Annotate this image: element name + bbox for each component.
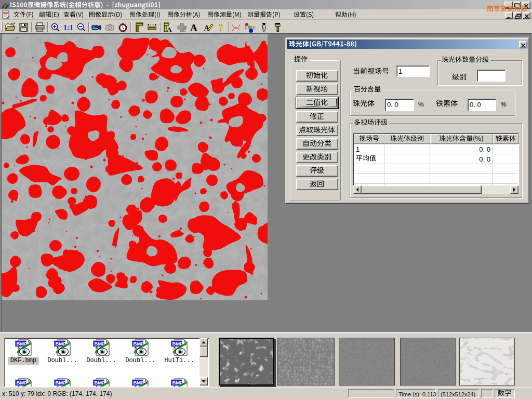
svg-text:DOC: DOC — [3, 11, 9, 15]
svg-text:A: A — [190, 22, 197, 33]
svg-text:2: 2 — [249, 25, 251, 29]
svg-text:A: A — [167, 25, 172, 33]
svg-text:?: ? — [219, 22, 224, 33]
svg-text:3: 3 — [252, 26, 255, 30]
svg-text:1:1: 1:1 — [63, 24, 73, 32]
svg-text:1: 1 — [245, 25, 247, 29]
